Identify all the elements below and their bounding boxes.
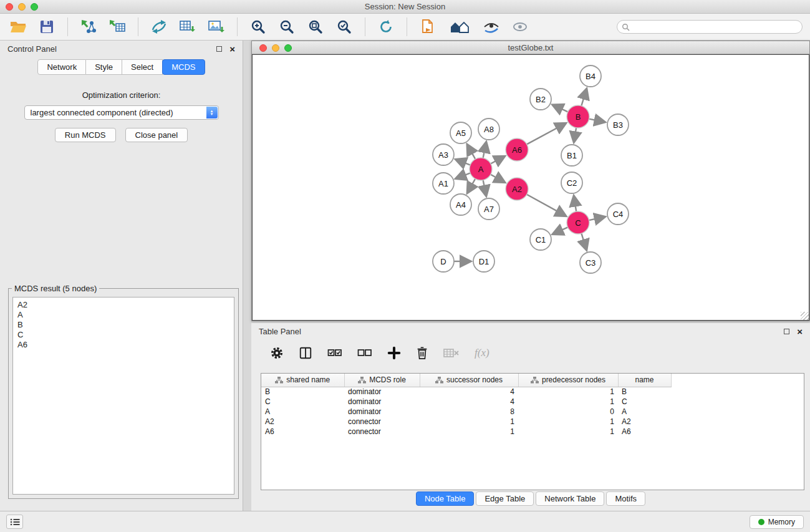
network-edge-B-B1[interactable] [574, 128, 576, 143]
network-minimize-button[interactable] [272, 44, 279, 52]
network-node-A6[interactable]: A6 [506, 138, 528, 161]
ndex-home-button[interactable] [446, 17, 473, 37]
network-node-C2[interactable]: C2 [561, 172, 582, 193]
table-row[interactable]: A6connector11A6 [261, 427, 671, 437]
network-node-C4[interactable]: C4 [607, 203, 629, 225]
network-edge-C-C3[interactable] [581, 233, 586, 250]
network-edge-C-C4[interactable] [589, 217, 605, 221]
apply-layout-button[interactable] [375, 17, 397, 37]
tab-mcds[interactable]: MCDS [162, 59, 205, 75]
table-row[interactable]: Bdominator41B [261, 387, 671, 397]
network-node-A1[interactable]: A1 [433, 173, 454, 194]
column-header-shared-name[interactable]: shared name [261, 374, 344, 387]
close-panel-icon[interactable]: × [229, 44, 235, 54]
network-canvas[interactable]: B4B2BB3A5A8A6A3B1AA1C2A2A4A7CC4C1C3DD1 [252, 54, 809, 321]
network-node-B[interactable]: B [567, 105, 589, 128]
table-settings-button[interactable] [270, 346, 284, 360]
network-node-A7[interactable]: A7 [478, 198, 499, 220]
show-columns-button[interactable] [299, 346, 312, 360]
network-node-A5[interactable]: A5 [450, 122, 471, 143]
network-node-D1[interactable]: D1 [473, 251, 494, 272]
network-node-C1[interactable]: C1 [530, 229, 551, 250]
show-hide-button[interactable] [509, 17, 531, 37]
network-node-A4[interactable]: A4 [450, 194, 471, 215]
task-history-button[interactable] [6, 515, 23, 529]
close-window-button[interactable] [6, 3, 13, 11]
network-edge-B-B2[interactable] [552, 105, 568, 112]
deselect-all-button[interactable] [357, 347, 372, 359]
zoom-in-button[interactable] [248, 17, 269, 37]
network-edge-A-A4[interactable] [467, 179, 475, 193]
network-edge-A-A2[interactable] [491, 175, 505, 183]
column-header-predecessor-nodes[interactable]: predecessor nodes [518, 374, 618, 387]
export-table-button[interactable] [177, 17, 198, 37]
network-zoom-button[interactable] [284, 44, 292, 52]
select-all-button[interactable] [327, 347, 342, 359]
zoom-window-button[interactable] [31, 3, 38, 11]
network-edge-C-C2[interactable] [574, 196, 576, 212]
function-builder-button[interactable]: f(x) [475, 347, 489, 359]
open-session-button[interactable] [7, 17, 29, 37]
delete-column-button[interactable] [416, 346, 428, 360]
network-edge-A-A3[interactable] [456, 160, 471, 165]
tab-network-table[interactable]: Network Table [536, 491, 604, 506]
criterion-dropdown[interactable]: largest connected component (directed) ▲… [24, 105, 219, 120]
close-table-panel-icon[interactable]: × [797, 327, 803, 336]
network-edge-A2-C[interactable] [527, 195, 566, 216]
table-row[interactable]: A2connector11A2 [261, 417, 671, 427]
style-preview-button[interactable] [481, 17, 502, 37]
float-table-panel-icon[interactable] [784, 329, 789, 334]
table-row[interactable]: Adominator80A [261, 407, 671, 417]
column-header-mcds-role[interactable]: MCDS role [344, 374, 420, 387]
add-column-button[interactable] [387, 346, 401, 360]
node-table-container[interactable]: shared name MCDS role successor nodes pr… [261, 373, 804, 490]
network-node-B2[interactable]: B2 [530, 89, 551, 110]
tab-style[interactable]: Style [86, 59, 122, 75]
network-node-A8[interactable]: A8 [478, 118, 499, 140]
network-node-A2[interactable]: A2 [506, 178, 528, 200]
network-edge-A6-B[interactable] [527, 123, 566, 145]
column-header-successor-nodes[interactable]: successor nodes [420, 374, 518, 387]
publish-document-button[interactable] [417, 17, 438, 37]
table-row[interactable]: Cdominator41C [261, 397, 671, 407]
resize-handle[interactable] [801, 312, 809, 320]
column-header-name[interactable]: name [618, 374, 671, 387]
network-close-button[interactable] [259, 44, 267, 52]
network-node-C3[interactable]: C3 [580, 252, 601, 273]
network-node-A[interactable]: A [470, 158, 492, 180]
network-node-C[interactable]: C [567, 211, 589, 234]
network-node-B3[interactable]: B3 [607, 114, 629, 135]
search-input[interactable] [633, 22, 798, 31]
network-edge-A-A6[interactable] [491, 156, 505, 163]
save-session-button[interactable] [36, 17, 57, 37]
network-edge-A-A7[interactable] [483, 180, 486, 196]
mcds-result-list[interactable]: A2 A B C A6 [12, 297, 234, 495]
network-edge-C-C1[interactable] [552, 227, 567, 234]
zoom-fit-button[interactable] [305, 17, 326, 37]
zoom-selected-button[interactable] [334, 17, 355, 37]
network-graph[interactable]: B4B2BB3A5A8A6A3B1AA1C2A2A4A7CC4C1C3DD1 [253, 55, 810, 321]
network-node-D[interactable]: D [433, 251, 454, 272]
network-edge-A-A5[interactable] [467, 144, 475, 159]
tab-motifs[interactable]: Motifs [606, 491, 645, 506]
delete-table-button[interactable] [443, 347, 460, 359]
import-network-button[interactable] [78, 17, 99, 37]
network-node-A3[interactable]: A3 [433, 144, 454, 165]
network-edge-A-A1[interactable] [456, 173, 471, 178]
network-edge-B-B4[interactable] [581, 89, 587, 106]
network-node-B1[interactable]: B1 [561, 145, 582, 166]
network-edge-B-B3[interactable] [589, 119, 605, 122]
tab-node-table[interactable]: Node Table [416, 491, 475, 506]
run-mcds-button[interactable]: Run MCDS [55, 128, 116, 142]
import-table-button[interactable] [107, 17, 128, 37]
tab-select[interactable]: Select [122, 59, 163, 75]
tab-edge-table[interactable]: Edge Table [476, 491, 534, 506]
zoom-out-button[interactable] [276, 17, 297, 37]
memory-button[interactable]: Memory [750, 515, 804, 529]
clone-network-button[interactable] [148, 17, 170, 37]
export-image-button[interactable] [206, 17, 227, 37]
network-node-B4[interactable]: B4 [580, 65, 601, 87]
float-panel-icon[interactable] [216, 46, 222, 52]
tab-network[interactable]: Network [37, 59, 86, 75]
network-edge-A-A8[interactable] [483, 142, 486, 158]
